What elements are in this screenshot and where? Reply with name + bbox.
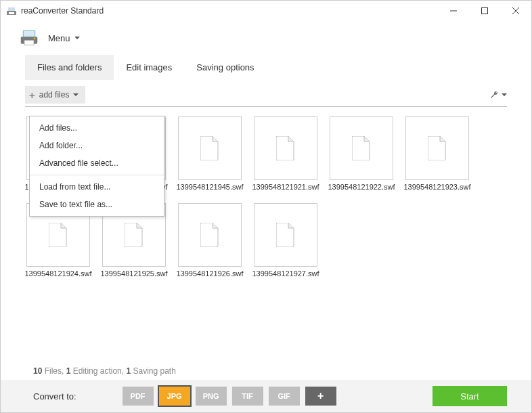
svg-rect-1: [8, 7, 15, 11]
menu-button[interactable]: Menu: [48, 33, 80, 43]
svg-point-10: [34, 38, 36, 40]
statusbar: 10 Files, 1 Editing action, 1 Saving pat…: [1, 366, 531, 376]
format-button-tif[interactable]: TIF: [232, 387, 263, 406]
svg-rect-9: [24, 41, 34, 45]
maximize-button[interactable]: [469, 1, 500, 21]
footer: Convert to: PDFJPGPNGTIFGIF + Start: [1, 380, 531, 412]
thumb-box: [254, 116, 317, 180]
chevron-down-icon: [502, 93, 507, 96]
thumb-label: 1399548121921.swf: [252, 183, 319, 191]
thumb-label: 1399548121925.swf: [100, 269, 167, 278]
file-thumb[interactable]: 1399548121926.swf: [177, 203, 243, 278]
format-button-pdf[interactable]: PDF: [123, 387, 154, 406]
thumb-box: [254, 203, 317, 267]
add-format-button[interactable]: +: [305, 387, 336, 406]
format-button-png[interactable]: PNG: [196, 387, 227, 406]
svg-rect-4: [482, 8, 488, 14]
thumb-label: 1399548121923.swf: [403, 183, 470, 191]
tab-saving-options[interactable]: Saving options: [184, 55, 266, 80]
chevron-down-icon: [74, 37, 80, 39]
dropdown-separator: [30, 175, 164, 175]
file-thumb[interactable]: 1399548121921.swf: [252, 116, 319, 191]
toolbar: + add files: [1, 83, 531, 106]
thumb-label: 1399548121926.swf: [176, 269, 243, 278]
file-thumb[interactable]: 1399548121923.swf: [404, 116, 470, 191]
format-button-jpg[interactable]: JPG: [159, 387, 190, 406]
tabs: Files and folders Edit images Saving opt…: [1, 55, 531, 81]
file-thumb[interactable]: 1399548121945.swf: [177, 116, 243, 191]
start-button[interactable]: Start: [433, 386, 507, 406]
wrench-icon: [489, 90, 499, 100]
thumb-box: [330, 116, 393, 180]
thumb-box: [405, 116, 469, 180]
dropdown-add-files[interactable]: Add files...: [30, 119, 164, 137]
thumb-box: [178, 203, 242, 267]
dropdown-load-text[interactable]: Load from text file...: [30, 178, 164, 196]
tab-files-and-folders[interactable]: Files and folders: [25, 55, 114, 80]
chevron-down-icon: [73, 93, 79, 96]
close-button[interactable]: [500, 1, 531, 21]
add-files-label: add files: [39, 90, 70, 100]
tab-edit-images[interactable]: Edit images: [114, 55, 184, 80]
svg-rect-8: [23, 31, 35, 37]
titlebar: reaConverter Standard: [1, 1, 531, 21]
dropdown-advanced-select[interactable]: Advanced file select...: [30, 154, 164, 172]
format-button-gif[interactable]: GIF: [269, 387, 300, 406]
svg-rect-2: [9, 12, 14, 14]
thumb-label: 1399548121945.swf: [176, 183, 243, 191]
menu-label: Menu: [48, 33, 70, 43]
thumb-label: 1399548121927.swf: [252, 269, 319, 278]
file-thumb[interactable]: 1399548121927.swf: [252, 203, 319, 278]
settings-button[interactable]: [489, 90, 507, 100]
menubar: Menu: [1, 21, 531, 55]
convert-to-label: Convert to:: [33, 391, 76, 401]
thumb-label: 1399548121922.swf: [328, 183, 395, 191]
minimize-button[interactable]: [438, 1, 469, 21]
add-files-dropdown: Add files... Add folder... Advanced file…: [29, 116, 164, 217]
dropdown-add-folder[interactable]: Add folder...: [30, 137, 164, 154]
add-files-button[interactable]: + add files: [25, 86, 85, 104]
thumb-label: 1399548121924.swf: [24, 269, 91, 278]
window-title: reaConverter Standard: [21, 6, 438, 16]
dropdown-save-text[interactable]: Save to text file as...: [30, 196, 164, 213]
file-thumb[interactable]: 1399548121922.swf: [328, 116, 395, 191]
thumb-box: [178, 116, 242, 180]
printer-icon: [20, 28, 39, 47]
app-icon: [6, 5, 17, 16]
plus-icon: +: [29, 89, 35, 101]
